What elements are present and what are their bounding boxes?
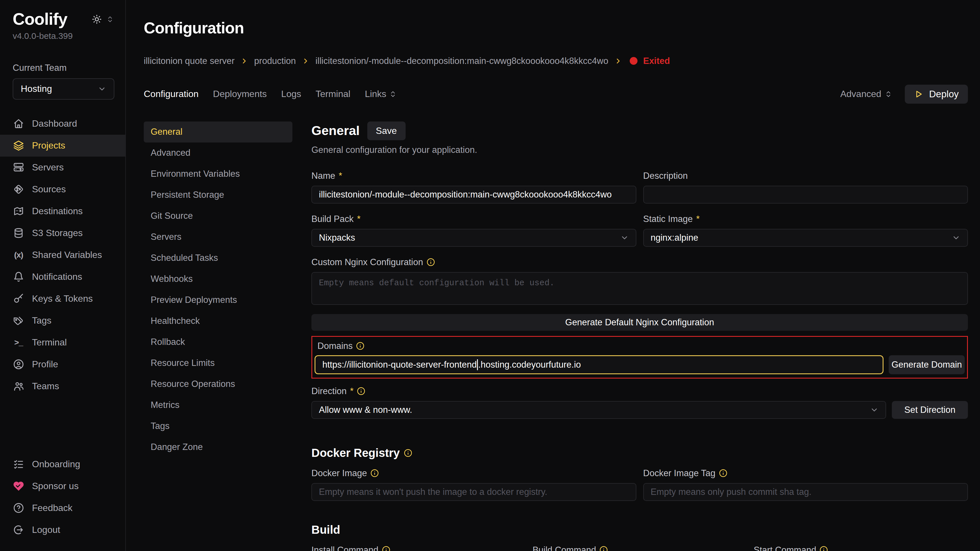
info-icon[interactable] bbox=[371, 469, 379, 477]
static-image-select[interactable]: nginx:alpine bbox=[643, 229, 968, 247]
general-form: General Save General configuration for y… bbox=[312, 121, 968, 551]
subnav-resource-limits[interactable]: Resource Limits bbox=[144, 353, 293, 374]
required-asterisk: * bbox=[350, 386, 353, 396]
sidebar-item-onboarding[interactable]: Onboarding bbox=[0, 453, 125, 475]
sidebar-item-teams[interactable]: Teams bbox=[0, 375, 125, 397]
theme-select-chevrons-icon[interactable] bbox=[106, 16, 114, 23]
sidebar-item-label: Sources bbox=[32, 184, 66, 195]
static-image-label: Static Image* bbox=[643, 214, 968, 224]
docker-image-input[interactable] bbox=[312, 483, 636, 501]
terminal-icon: >_ bbox=[13, 338, 24, 347]
generate-domain-button[interactable]: Generate Domain bbox=[889, 355, 965, 374]
breadcrumb-application[interactable]: illicitestonion/-module--decomposition:m… bbox=[315, 56, 608, 66]
chevrons-up-down-icon bbox=[885, 91, 892, 98]
info-icon[interactable] bbox=[357, 387, 365, 395]
sidebar-item-shared-variables[interactable]: (x) Shared Variables bbox=[0, 244, 125, 266]
advanced-dropdown-label: Advanced bbox=[840, 89, 881, 99]
sidebar-item-terminal[interactable]: >_ Terminal bbox=[0, 332, 125, 354]
bell-icon bbox=[13, 272, 24, 282]
name-label: Name* bbox=[312, 171, 636, 181]
theme-sun-icon[interactable] bbox=[92, 14, 102, 24]
variables-icon: (x) bbox=[13, 251, 24, 260]
subnav-resource-operations[interactable]: Resource Operations bbox=[144, 374, 293, 395]
domains-input[interactable]: https://illicitonion-quote-server-fronte… bbox=[315, 355, 883, 374]
chevrons-up-down-icon bbox=[389, 91, 397, 98]
info-icon[interactable] bbox=[426, 258, 435, 266]
team-select[interactable]: Hosting bbox=[13, 78, 115, 100]
build-pack-label: Build Pack* bbox=[312, 214, 636, 224]
sidebar-item-label: Logout bbox=[32, 524, 60, 535]
sidebar-item-logout[interactable]: Logout bbox=[0, 519, 125, 541]
subnav-healthcheck[interactable]: Healthcheck bbox=[144, 311, 293, 332]
tags-icon bbox=[13, 315, 24, 326]
docker-image-tag-input[interactable] bbox=[643, 483, 968, 501]
direction-select[interactable]: Allow www & non-www. bbox=[312, 401, 886, 419]
deploy-button[interactable]: Deploy bbox=[905, 85, 968, 104]
tab-deployments[interactable]: Deployments bbox=[213, 89, 267, 99]
sidebar-item-destinations[interactable]: Destinations bbox=[0, 200, 125, 222]
key-icon bbox=[13, 293, 24, 304]
sidebar-item-label: Dashboard bbox=[32, 118, 77, 129]
breadcrumb-environment[interactable]: production bbox=[254, 56, 296, 66]
subnav-scheduled-tasks[interactable]: Scheduled Tasks bbox=[144, 248, 293, 268]
sidebar-item-profile[interactable]: Profile bbox=[0, 354, 125, 375]
section-title-docker-registry: Docker Registry bbox=[312, 446, 400, 459]
docker-image-tag-label: Docker Image Tag bbox=[643, 468, 968, 478]
description-input[interactable] bbox=[643, 186, 968, 203]
tab-logs[interactable]: Logs bbox=[281, 89, 301, 99]
breadcrumb: illicitonion quote server production ill… bbox=[144, 56, 968, 66]
sidebar-item-keys-tokens[interactable]: Keys & Tokens bbox=[0, 288, 125, 310]
sidebar-item-projects[interactable]: Projects bbox=[0, 135, 125, 157]
tab-configuration[interactable]: Configuration bbox=[144, 89, 199, 99]
subnav-preview-deployments[interactable]: Preview Deployments bbox=[144, 290, 293, 311]
breadcrumb-project[interactable]: illicitonion quote server bbox=[144, 56, 234, 66]
sidebar-item-servers[interactable]: Servers bbox=[0, 157, 125, 178]
required-asterisk: * bbox=[357, 214, 360, 224]
play-icon bbox=[914, 89, 923, 99]
current-team-label: Current Team bbox=[13, 63, 114, 73]
settings-subnav: General Advanced Environment Variables P… bbox=[144, 121, 293, 551]
subnav-general[interactable]: General bbox=[144, 121, 293, 143]
save-button[interactable]: Save bbox=[367, 121, 406, 140]
user-circle-icon bbox=[13, 359, 24, 370]
sidebar-item-feedback[interactable]: Feedback bbox=[0, 497, 125, 519]
subnav-persistent-storage[interactable]: Persistent Storage bbox=[144, 184, 293, 206]
tab-links-label: Links bbox=[365, 89, 386, 99]
subnav-rollback[interactable]: Rollback bbox=[144, 332, 293, 353]
sidebar-item-dashboard[interactable]: Dashboard bbox=[0, 113, 125, 135]
required-asterisk: * bbox=[696, 214, 700, 224]
sidebar-item-sources[interactable]: Sources bbox=[0, 178, 125, 200]
info-icon[interactable] bbox=[356, 342, 364, 350]
sidebar-item-s3-storages[interactable]: S3 Storages bbox=[0, 222, 125, 244]
layers-icon bbox=[13, 140, 24, 151]
subnav-metrics[interactable]: Metrics bbox=[144, 395, 293, 416]
subnav-tags[interactable]: Tags bbox=[144, 416, 293, 437]
chevron-right-icon bbox=[614, 57, 622, 65]
info-icon[interactable] bbox=[404, 449, 412, 457]
subnav-webhooks[interactable]: Webhooks bbox=[144, 268, 293, 290]
subnav-environment-variables[interactable]: Environment Variables bbox=[144, 164, 293, 184]
sidebar-item-sponsor[interactable]: Sponsor us bbox=[0, 475, 125, 497]
tab-terminal[interactable]: Terminal bbox=[315, 89, 350, 99]
generate-nginx-button[interactable]: Generate Default Nginx Configuration bbox=[312, 314, 968, 331]
subnav-servers[interactable]: Servers bbox=[144, 227, 293, 248]
info-icon[interactable] bbox=[600, 546, 608, 551]
tab-links[interactable]: Links bbox=[365, 89, 397, 99]
sidebar-item-notifications[interactable]: Notifications bbox=[0, 266, 125, 288]
build-pack-select[interactable]: Nixpacks bbox=[312, 229, 636, 247]
chevron-down-icon bbox=[870, 406, 878, 414]
subnav-git-source[interactable]: Git Source bbox=[144, 206, 293, 227]
nginx-config-textarea[interactable] bbox=[312, 272, 968, 305]
sidebar-item-tags[interactable]: Tags bbox=[0, 310, 125, 332]
info-icon[interactable] bbox=[719, 469, 727, 477]
subnav-danger-zone[interactable]: Danger Zone bbox=[144, 437, 293, 458]
direction-value: Allow www & non-www. bbox=[319, 405, 412, 415]
info-icon[interactable] bbox=[382, 546, 390, 551]
advanced-dropdown[interactable]: Advanced bbox=[840, 89, 892, 99]
team-select-value: Hosting bbox=[21, 84, 52, 94]
subnav-advanced[interactable]: Advanced bbox=[144, 143, 293, 164]
set-direction-button[interactable]: Set Direction bbox=[892, 401, 968, 419]
git-source-icon bbox=[13, 184, 24, 195]
name-input[interactable] bbox=[312, 186, 636, 203]
info-icon[interactable] bbox=[819, 546, 828, 551]
